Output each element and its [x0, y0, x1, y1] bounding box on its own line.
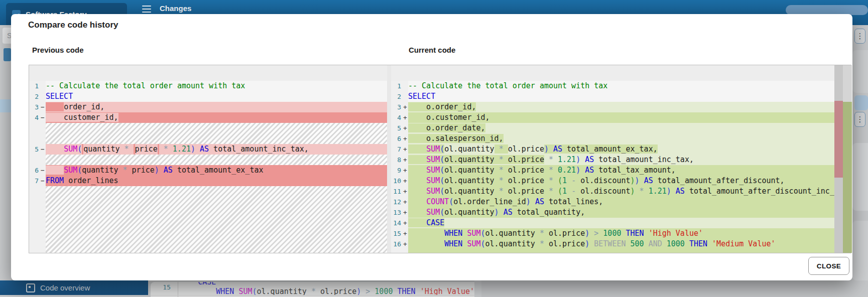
- background-code-editor: 15 CASE WHEN SUM(ol.quantity * ol.price)…: [151, 282, 474, 297]
- overview-ruler-added-zone: [843, 102, 852, 253]
- kebab-menu-icon[interactable]: ⋮: [854, 112, 865, 127]
- header-pill: [786, 5, 868, 15]
- previous-code-pane[interactable]: -- Calculate the total order amount with…: [46, 65, 387, 253]
- overview-ruler: [843, 65, 852, 253]
- sidebar-edge: S: [0, 25, 11, 280]
- sidebar-item-code-overview[interactable]: Code overview: [0, 280, 148, 295]
- background-bottom: Code overview 15 CASE WHEN SUM(ol.quanti…: [0, 280, 868, 297]
- overview-ruler-deleted-zone: [834, 101, 843, 178]
- current-code-label: Current code: [409, 46, 455, 54]
- compare-code-history-dialog: Compare code history Previous code Curre…: [11, 14, 852, 280]
- close-button[interactable]: CLOSE: [808, 257, 849, 275]
- background-cards-edge: ⋮ ⋮: [852, 25, 868, 280]
- diff-splitter[interactable]: [387, 65, 391, 253]
- background-card: [852, 50, 868, 93]
- diff-editor: 123−4−5−6−7− -- Calculate the total orde…: [29, 65, 851, 253]
- bg-line-number: 15: [163, 283, 171, 291]
- dialog-title: Compare code history: [28, 20, 118, 30]
- kebab-menu-icon[interactable]: ⋮: [854, 29, 865, 44]
- scrollbar[interactable]: [834, 65, 843, 253]
- tab-changes[interactable]: Changes: [160, 4, 191, 13]
- menu-icon[interactable]: [142, 6, 151, 13]
- background-chip: [854, 95, 868, 110]
- previous-code-label: Previous code: [32, 46, 84, 54]
- current-code-pane[interactable]: -- Calculate the total order amount with…: [408, 65, 834, 253]
- background-divider: [474, 280, 481, 297]
- sidebar-icon: [4, 48, 11, 61]
- code-overview-icon: [26, 283, 35, 292]
- background-card: [852, 143, 868, 211]
- current-code-gutter: 123+4+5+6+7+8+9+10+11+12+13+14+15+16+: [391, 65, 408, 253]
- previous-code-gutter: 123−4−5−6−7−: [29, 65, 46, 253]
- background-card: [852, 221, 868, 280]
- sidebar-selected-row: [0, 99, 11, 112]
